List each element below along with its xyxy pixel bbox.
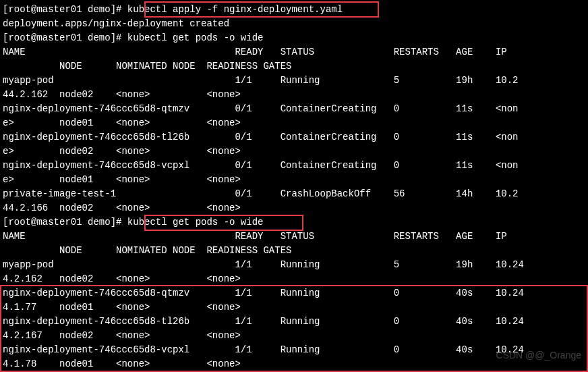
terminal-line: 4.1.78 node01 <none> <none>	[3, 357, 585, 371]
terminal-line: private-image-test-1 0/1 CrashLoopBackOf…	[3, 187, 585, 201]
terminal-line: NODE NOMINATED NODE READINESS GATES	[3, 59, 585, 74]
terminal-line: e> node02 <none> <none>	[3, 144, 585, 159]
terminal-line: NAME READY STATUS RESTARTS AGE IP	[3, 45, 585, 59]
terminal-line: e> node01 <none> <none>	[3, 116, 585, 130]
terminal-line: NAME READY STATUS RESTARTS AGE IP	[3, 230, 585, 244]
terminal-line: [root@master01 demo]# kubectl apply -f n…	[3, 3, 585, 17]
terminal-line: e> node01 <none> <none>	[3, 173, 585, 187]
terminal-line: nginx-deployment-746ccc65d8-tl26b 0/1 Co…	[3, 130, 585, 144]
terminal-line: [root@master01 demo]# kubectl get pods -…	[3, 31, 585, 45]
terminal-line: 4.1.77 node01 <none> <none>	[3, 300, 585, 315]
terminal-line: 44.2.162 node02 <none> <none>	[3, 88, 585, 102]
terminal-output: [root@master01 demo]# kubectl apply -f n…	[3, 3, 585, 371]
terminal-line: nginx-deployment-746ccc65d8-vcpxl 1/1 Ru…	[3, 343, 585, 357]
terminal-line: 4.2.162 node02 <none> <none>	[3, 272, 585, 286]
terminal-line: deployment.apps/nginx-deployment created	[3, 17, 585, 31]
terminal-line: nginx-deployment-746ccc65d8-qtmzv 1/1 Ru…	[3, 286, 585, 300]
terminal-line: 44.2.166 node02 <none> <none>	[3, 201, 585, 215]
terminal-line: NODE NOMINATED NODE READINESS GATES	[3, 244, 585, 258]
terminal-line: 4.2.167 node02 <none> <none>	[3, 329, 585, 343]
terminal-line: nginx-deployment-746ccc65d8-tl26b 1/1 Ru…	[3, 315, 585, 329]
terminal-line: myapp-pod 1/1 Running 5 19h 10.24	[3, 258, 585, 272]
terminal-line: [root@master01 demo]# kubectl get pods -…	[3, 215, 585, 230]
terminal-line: nginx-deployment-746ccc65d8-qtmzv 0/1 Co…	[3, 102, 585, 116]
terminal-line: myapp-pod 1/1 Running 5 19h 10.2	[3, 74, 585, 88]
terminal-line: nginx-deployment-746ccc65d8-vcpxl 0/1 Co…	[3, 159, 585, 173]
